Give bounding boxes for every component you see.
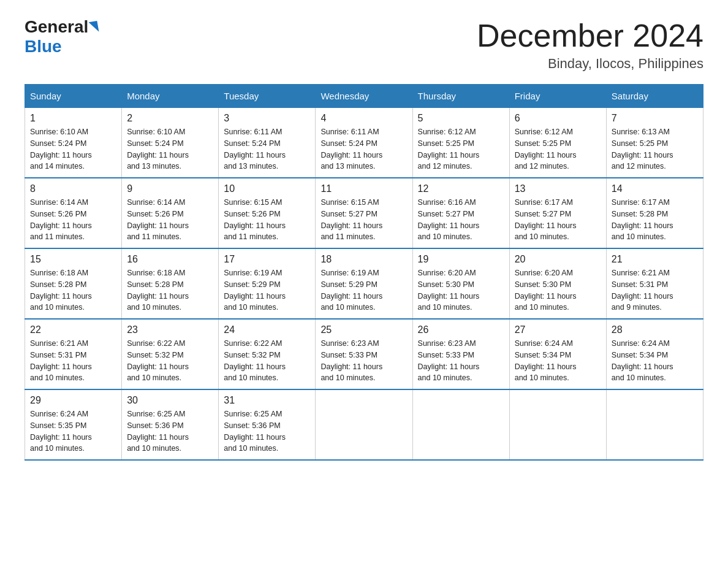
day-info: Sunrise: 6:20 AMSunset: 5:30 PMDaylight:… [418, 267, 504, 313]
calendar-cell: 17Sunrise: 6:19 AMSunset: 5:29 PMDayligh… [219, 248, 316, 319]
calendar-cell [606, 389, 703, 460]
day-info: Sunrise: 6:11 AMSunset: 5:24 PMDaylight:… [224, 126, 310, 172]
day-number: 12 [418, 183, 504, 194]
day-number: 29 [30, 395, 116, 406]
calendar-cell: 26Sunrise: 6:23 AMSunset: 5:33 PMDayligh… [412, 319, 509, 389]
day-number: 24 [224, 324, 310, 335]
location-title: Binday, Ilocos, Philippines [477, 56, 703, 72]
calendar-cell: 19Sunrise: 6:20 AMSunset: 5:30 PMDayligh… [412, 248, 509, 319]
calendar-cell: 18Sunrise: 6:19 AMSunset: 5:29 PMDayligh… [316, 248, 412, 319]
calendar-week-4: 22Sunrise: 6:21 AMSunset: 5:31 PMDayligh… [25, 319, 703, 389]
day-info: Sunrise: 6:17 AMSunset: 5:28 PMDaylight:… [612, 197, 698, 243]
page-header: General Blue December 2024 Binday, Iloco… [25, 18, 703, 72]
day-info: Sunrise: 6:22 AMSunset: 5:32 PMDaylight:… [224, 338, 310, 384]
calendar-cell: 2Sunrise: 6:10 AMSunset: 5:24 PMDaylight… [122, 108, 219, 178]
day-info: Sunrise: 6:20 AMSunset: 5:30 PMDaylight:… [515, 267, 601, 313]
day-info: Sunrise: 6:16 AMSunset: 5:27 PMDaylight:… [418, 197, 504, 243]
day-number: 15 [30, 254, 116, 265]
day-info: Sunrise: 6:10 AMSunset: 5:24 PMDaylight:… [30, 126, 116, 172]
day-info: Sunrise: 6:21 AMSunset: 5:31 PMDaylight:… [30, 338, 116, 384]
calendar-cell: 20Sunrise: 6:20 AMSunset: 5:30 PMDayligh… [509, 248, 606, 319]
day-number: 26 [418, 324, 504, 335]
day-info: Sunrise: 6:12 AMSunset: 5:25 PMDaylight:… [418, 126, 504, 172]
day-number: 17 [224, 254, 310, 265]
day-number: 14 [612, 183, 698, 194]
calendar-week-2: 8Sunrise: 6:14 AMSunset: 5:26 PMDaylight… [25, 178, 703, 248]
calendar-cell: 30Sunrise: 6:25 AMSunset: 5:36 PMDayligh… [122, 389, 219, 460]
calendar-cell: 4Sunrise: 6:11 AMSunset: 5:24 PMDaylight… [316, 108, 412, 178]
calendar-cell: 31Sunrise: 6:25 AMSunset: 5:36 PMDayligh… [219, 389, 316, 460]
day-number: 27 [515, 324, 601, 335]
day-number: 11 [320, 183, 407, 194]
calendar-cell: 15Sunrise: 6:18 AMSunset: 5:28 PMDayligh… [25, 248, 122, 319]
day-number: 30 [127, 395, 213, 406]
logo-arrow-icon [89, 21, 99, 33]
day-info: Sunrise: 6:21 AMSunset: 5:31 PMDaylight:… [612, 267, 698, 313]
calendar-cell: 9Sunrise: 6:14 AMSunset: 5:26 PMDaylight… [122, 178, 219, 248]
day-info: Sunrise: 6:15 AMSunset: 5:26 PMDaylight:… [224, 197, 310, 243]
calendar-table: SundayMondayTuesdayWednesdayThursdayFrid… [25, 84, 703, 461]
calendar-cell: 27Sunrise: 6:24 AMSunset: 5:34 PMDayligh… [509, 319, 606, 389]
calendar-cell: 22Sunrise: 6:21 AMSunset: 5:31 PMDayligh… [25, 319, 122, 389]
title-block: December 2024 Binday, Ilocos, Philippine… [477, 18, 703, 72]
day-number: 22 [30, 324, 116, 335]
day-info: Sunrise: 6:25 AMSunset: 5:36 PMDaylight:… [127, 408, 213, 454]
day-info: Sunrise: 6:22 AMSunset: 5:32 PMDaylight:… [127, 338, 213, 384]
day-info: Sunrise: 6:12 AMSunset: 5:25 PMDaylight:… [515, 126, 601, 172]
logo-blue: Blue [25, 37, 62, 56]
day-number: 18 [320, 254, 407, 265]
day-number: 31 [224, 395, 310, 406]
calendar-cell: 14Sunrise: 6:17 AMSunset: 5:28 PMDayligh… [606, 178, 703, 248]
calendar-cell: 13Sunrise: 6:17 AMSunset: 5:27 PMDayligh… [509, 178, 606, 248]
calendar-cell: 12Sunrise: 6:16 AMSunset: 5:27 PMDayligh… [412, 178, 509, 248]
day-info: Sunrise: 6:14 AMSunset: 5:26 PMDaylight:… [30, 197, 116, 243]
day-info: Sunrise: 6:24 AMSunset: 5:34 PMDaylight:… [612, 338, 698, 384]
day-number: 4 [320, 113, 407, 124]
day-number: 20 [515, 254, 601, 265]
day-number: 8 [30, 183, 116, 194]
day-number: 10 [224, 183, 310, 194]
col-header-thursday: Thursday [412, 85, 509, 108]
day-info: Sunrise: 6:18 AMSunset: 5:28 PMDaylight:… [127, 267, 213, 313]
calendar-cell: 16Sunrise: 6:18 AMSunset: 5:28 PMDayligh… [122, 248, 219, 319]
calendar-cell: 11Sunrise: 6:15 AMSunset: 5:27 PMDayligh… [316, 178, 412, 248]
day-info: Sunrise: 6:11 AMSunset: 5:24 PMDaylight:… [320, 126, 407, 172]
day-info: Sunrise: 6:18 AMSunset: 5:28 PMDaylight:… [30, 267, 116, 313]
col-header-sunday: Sunday [25, 85, 122, 108]
day-info: Sunrise: 6:23 AMSunset: 5:33 PMDaylight:… [320, 338, 407, 384]
day-number: 1 [30, 113, 116, 124]
calendar-week-1: 1Sunrise: 6:10 AMSunset: 5:24 PMDaylight… [25, 108, 703, 178]
day-info: Sunrise: 6:19 AMSunset: 5:29 PMDaylight:… [224, 267, 310, 313]
logo-general: General [25, 18, 88, 36]
day-number: 16 [127, 254, 213, 265]
col-header-monday: Monday [122, 85, 219, 108]
calendar-cell: 21Sunrise: 6:21 AMSunset: 5:31 PMDayligh… [606, 248, 703, 319]
col-header-saturday: Saturday [606, 85, 703, 108]
calendar-cell: 6Sunrise: 6:12 AMSunset: 5:25 PMDaylight… [509, 108, 606, 178]
calendar-cell: 25Sunrise: 6:23 AMSunset: 5:33 PMDayligh… [316, 319, 412, 389]
col-header-wednesday: Wednesday [316, 85, 412, 108]
month-title: December 2024 [477, 18, 703, 53]
day-number: 25 [320, 324, 407, 335]
calendar-cell: 28Sunrise: 6:24 AMSunset: 5:34 PMDayligh… [606, 319, 703, 389]
day-number: 13 [515, 183, 601, 194]
day-number: 28 [612, 324, 698, 335]
calendar-cell: 29Sunrise: 6:24 AMSunset: 5:35 PMDayligh… [25, 389, 122, 460]
calendar-cell [509, 389, 606, 460]
calendar-cell: 10Sunrise: 6:15 AMSunset: 5:26 PMDayligh… [219, 178, 316, 248]
day-number: 21 [612, 254, 698, 265]
day-info: Sunrise: 6:24 AMSunset: 5:35 PMDaylight:… [30, 408, 116, 454]
day-info: Sunrise: 6:10 AMSunset: 5:24 PMDaylight:… [127, 126, 213, 172]
day-info: Sunrise: 6:19 AMSunset: 5:29 PMDaylight:… [320, 267, 407, 313]
day-number: 19 [418, 254, 504, 265]
calendar-cell [316, 389, 412, 460]
day-number: 23 [127, 324, 213, 335]
calendar-cell: 3Sunrise: 6:11 AMSunset: 5:24 PMDaylight… [219, 108, 316, 178]
day-info: Sunrise: 6:14 AMSunset: 5:26 PMDaylight:… [127, 197, 213, 243]
col-header-tuesday: Tuesday [219, 85, 316, 108]
calendar-cell: 5Sunrise: 6:12 AMSunset: 5:25 PMDaylight… [412, 108, 509, 178]
day-number: 6 [515, 113, 601, 124]
day-info: Sunrise: 6:23 AMSunset: 5:33 PMDaylight:… [418, 338, 504, 384]
calendar-cell: 7Sunrise: 6:13 AMSunset: 5:25 PMDaylight… [606, 108, 703, 178]
day-info: Sunrise: 6:25 AMSunset: 5:36 PMDaylight:… [224, 408, 310, 454]
